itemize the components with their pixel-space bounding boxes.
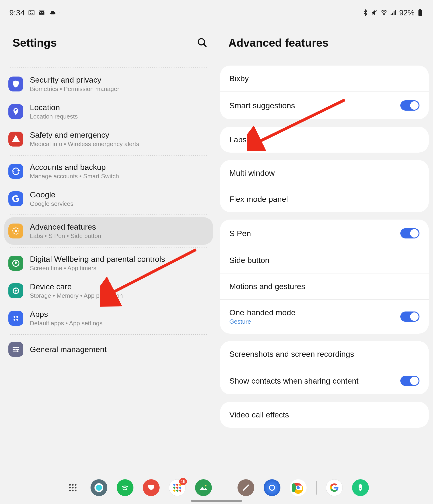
setting-label: Screenshots and screen recordings bbox=[229, 350, 354, 359]
settings-item-title: Device care bbox=[30, 282, 123, 291]
taskbar-recent-2[interactable] bbox=[264, 479, 280, 496]
settings-card: Multi windowFlex mode panel bbox=[220, 160, 429, 212]
setting-row-text: S Pen bbox=[229, 229, 251, 238]
svg-point-28 bbox=[75, 490, 76, 491]
setting-row-text: Flex mode panel bbox=[229, 195, 288, 204]
gearplus-icon bbox=[9, 224, 23, 238]
setting-label: Show contacts when sharing content bbox=[229, 376, 359, 386]
settings-item-text: Safety and emergencyMedical info • Wirel… bbox=[30, 130, 139, 148]
wifi-icon bbox=[380, 9, 388, 16]
svg-rect-4 bbox=[419, 9, 421, 10]
setting-row-contacts[interactable]: Show contacts when sharing content bbox=[220, 367, 429, 394]
settings-item-sub: Biometrics • Permission manager bbox=[30, 85, 119, 93]
settings-card: Video call effects bbox=[220, 402, 429, 428]
setting-row-text: Smart suggestions bbox=[229, 101, 295, 110]
settings-item-google[interactable]: GoogleGoogle services bbox=[4, 185, 213, 213]
settings-item-sub: Labs • S Pen • Side button bbox=[30, 232, 101, 240]
taskbar-app-spotify[interactable] bbox=[117, 479, 134, 496]
settings-item-text: AppsDefault apps • App settings bbox=[30, 310, 102, 327]
setting-label: Video call effects bbox=[229, 410, 289, 419]
setting-row-text: Video call effects bbox=[229, 410, 289, 419]
svg-point-26 bbox=[69, 490, 71, 491]
setting-row-text: Motions and gestures bbox=[229, 282, 305, 291]
settings-item-text: LocationLocation requests bbox=[30, 103, 78, 120]
settings-item-advanced[interactable]: Advanced featuresLabs • S Pen • Side but… bbox=[4, 217, 213, 245]
setting-label: Motions and gestures bbox=[229, 282, 305, 291]
taskbar-recent-chrome[interactable] bbox=[290, 479, 307, 496]
svg-point-7 bbox=[15, 230, 17, 232]
setting-row-text: Side button bbox=[229, 256, 270, 265]
settings-item-wellbeing[interactable]: Digital Wellbeing and parental controlsS… bbox=[4, 249, 213, 277]
svg-point-10 bbox=[15, 290, 17, 292]
setting-row-shots[interactable]: Screenshots and screen recordings bbox=[220, 341, 429, 367]
settings-item-security[interactable]: Security and privacyBiometrics • Permiss… bbox=[4, 70, 213, 98]
toggle-switch[interactable] bbox=[400, 100, 419, 111]
setting-row-motions[interactable]: Motions and gestures bbox=[220, 273, 429, 300]
settings-item-apps[interactable]: AppsDefault apps • App settings bbox=[4, 305, 213, 332]
settings-item-text: Advanced featuresLabs • S Pen • Side but… bbox=[30, 222, 101, 240]
setting-row-text: One-handed modeGesture bbox=[229, 308, 296, 325]
setting-row-onehand[interactable]: One-handed modeGesture bbox=[220, 300, 429, 334]
section-divider bbox=[10, 334, 207, 335]
settings-card: Screenshots and screen recordingsShow co… bbox=[220, 341, 429, 394]
search-button[interactable] bbox=[197, 37, 207, 49]
bluetooth-icon bbox=[362, 9, 369, 16]
sync-icon bbox=[9, 164, 23, 179]
toggle-switch[interactable] bbox=[400, 228, 419, 238]
settings-item-location[interactable]: LocationLocation requests bbox=[4, 98, 213, 125]
settings-item-safety[interactable]: Safety and emergencyMedical info • Wirel… bbox=[4, 125, 213, 153]
taskbar-app-1[interactable] bbox=[90, 479, 107, 496]
section-divider bbox=[10, 247, 207, 248]
taskbar-separator bbox=[316, 481, 316, 495]
settings-item-general[interactable]: General management bbox=[4, 337, 213, 362]
svg-point-33 bbox=[176, 486, 178, 489]
toggle-divider bbox=[396, 228, 396, 239]
home-indicator[interactable] bbox=[191, 500, 242, 502]
taskbar-recent-1[interactable] bbox=[237, 479, 254, 496]
setting-row-video[interactable]: Video call effects bbox=[220, 402, 429, 428]
settings-item-accounts[interactable]: Accounts and backupManage accounts • Sma… bbox=[4, 158, 213, 185]
settings-item-text: Device careStorage • Memory • App protec… bbox=[30, 282, 123, 299]
svg-point-21 bbox=[72, 484, 73, 486]
app-drawer-button[interactable] bbox=[64, 479, 81, 496]
signal-icon bbox=[390, 9, 397, 16]
settings-item-device[interactable]: Device careStorage • Memory • App protec… bbox=[4, 277, 213, 305]
taskbar-suggest-2[interactable] bbox=[352, 479, 369, 496]
svg-point-23 bbox=[69, 487, 71, 489]
sliders-icon bbox=[9, 342, 23, 357]
setting-row-spen[interactable]: S Pen bbox=[220, 220, 429, 247]
toggle-switch[interactable] bbox=[400, 312, 419, 322]
settings-item-sub: Default apps • App settings bbox=[30, 320, 102, 327]
battery-icon bbox=[417, 9, 424, 16]
settings-card: Labs bbox=[220, 127, 429, 153]
setting-label: S Pen bbox=[229, 229, 251, 238]
svg-point-38 bbox=[205, 485, 206, 486]
setting-label: Labs bbox=[229, 135, 247, 144]
toggle-switch[interactable] bbox=[400, 376, 419, 386]
setting-row-flex[interactable]: Flex mode panel bbox=[220, 186, 429, 212]
svg-point-32 bbox=[173, 486, 175, 489]
setting-row-side[interactable]: Side button bbox=[220, 247, 429, 273]
google-icon bbox=[9, 191, 23, 206]
taskbar-app-gallery[interactable] bbox=[195, 479, 212, 496]
image-icon bbox=[28, 9, 35, 16]
settings-item-text: General management bbox=[30, 345, 107, 354]
mute-icon bbox=[371, 9, 378, 16]
taskbar-app-4[interactable]: 19 bbox=[169, 479, 186, 496]
svg-point-15 bbox=[16, 347, 18, 348]
taskbar: 19 bbox=[0, 471, 433, 504]
setting-row-text: Show contacts when sharing content bbox=[229, 376, 359, 386]
care-icon bbox=[9, 283, 23, 298]
taskbar-app-3[interactable] bbox=[143, 479, 160, 496]
svg-point-14 bbox=[16, 319, 18, 321]
setting-row-multi[interactable]: Multi window bbox=[220, 160, 429, 186]
settings-item-sub: Screen time • App timers bbox=[30, 265, 165, 272]
setting-row-bixby[interactable]: Bixby bbox=[220, 66, 429, 92]
taskbar-suggest-google[interactable] bbox=[326, 479, 343, 496]
setting-label: Flex mode panel bbox=[229, 195, 288, 204]
pin-icon bbox=[9, 104, 23, 119]
svg-point-35 bbox=[173, 490, 175, 492]
setting-row-labs[interactable]: Labs bbox=[220, 127, 429, 153]
setting-row-smart[interactable]: Smart suggestions bbox=[220, 92, 429, 119]
svg-point-20 bbox=[69, 484, 71, 486]
